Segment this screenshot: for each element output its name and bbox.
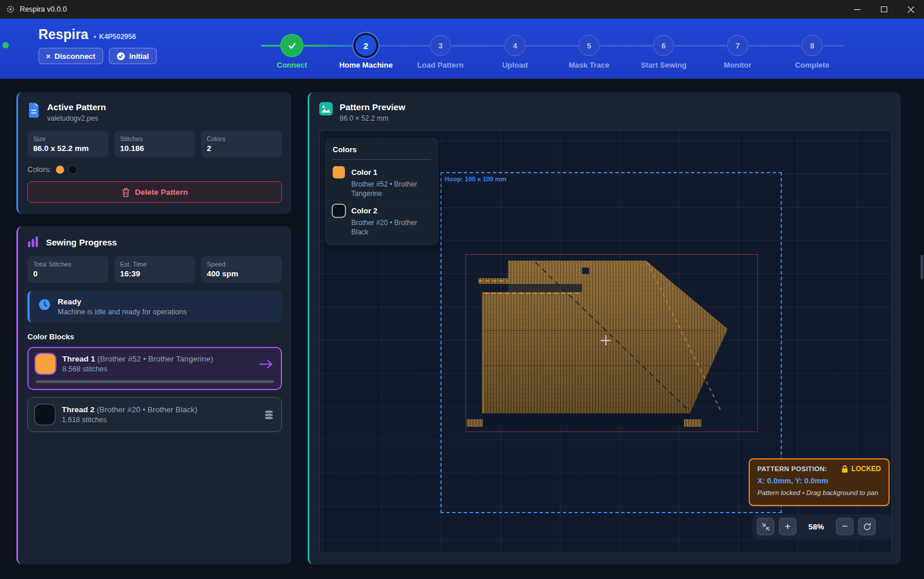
left-column: Active Pattern valetudogv2.pes Size 86.0… bbox=[16, 92, 291, 564]
step-complete[interactable]: 8 Complete bbox=[777, 35, 847, 69]
reset-view-button[interactable] bbox=[858, 518, 876, 535]
pattern-preview-title: Pattern Preview bbox=[340, 102, 405, 112]
stat-speed: Speed 400 spm bbox=[201, 256, 282, 283]
brand-name: Respira bbox=[38, 27, 89, 43]
sewing-stats: Total Stitches 0 Est. Time 16:39 Speed 4… bbox=[27, 256, 282, 283]
thread-1-name: Thread 1 (Brother #52 • Brother Tangerin… bbox=[62, 355, 252, 363]
step-monitor[interactable]: 7 Monitor bbox=[703, 35, 773, 69]
sewing-progress-title: Sewing Progress bbox=[46, 237, 117, 247]
connection-status-dot bbox=[2, 42, 9, 48]
machine-status-banner: Ready Machine is idle and ready for oper… bbox=[27, 291, 282, 322]
thread-1-stitches: 8.568 stitches bbox=[62, 365, 252, 373]
pattern-filename: valetudogv2.pes bbox=[47, 114, 106, 122]
zoom-toolbar: + 58% − bbox=[752, 514, 892, 539]
zoom-in-button[interactable]: + bbox=[779, 518, 796, 535]
position-label: PATTERN POSITION: bbox=[757, 465, 827, 472]
step-start-sewing[interactable]: 6 Start Sewing bbox=[629, 35, 699, 69]
pan-hint: Pattern locked • Drag background to pan bbox=[757, 489, 881, 496]
check-circle-icon bbox=[117, 52, 125, 61]
pattern-position-overlay: PATTERN POSITION: LOCKED X: 0.0mm, Y: 0.… bbox=[749, 458, 890, 506]
colors-legend-title: Colors bbox=[333, 145, 431, 154]
legend-item-color-1: Color 1 Brother #52 • Brother Tangerine bbox=[333, 166, 431, 198]
disconnect-button[interactable]: × Disconnect bbox=[38, 48, 103, 64]
clock-icon bbox=[38, 299, 51, 311]
pattern-stats: Size 86.0 x 52.2 mm Stitches 10.186 Colo… bbox=[27, 131, 282, 157]
file-icon bbox=[27, 102, 40, 118]
lock-icon bbox=[841, 465, 848, 473]
pattern-bounds bbox=[465, 254, 758, 432]
color-blocks-heading: Color Blocks bbox=[27, 332, 282, 341]
window-title: Respira v0.0.0 bbox=[20, 5, 67, 13]
thread-2-stitches: 1.618 stitches bbox=[62, 416, 256, 424]
status-title: Ready bbox=[58, 297, 187, 306]
stat-total-stitches: Total Stitches 0 bbox=[27, 256, 108, 283]
thread-1-swatch bbox=[36, 354, 55, 374]
colors-legend-panel: Colors Color 1 Brother #52 • Brother Tan… bbox=[325, 138, 439, 245]
locked-badge: LOCKED bbox=[841, 465, 881, 473]
delete-pattern-button[interactable]: Delete Pattern bbox=[27, 181, 282, 203]
step-load-pattern[interactable]: 3 Load Pattern bbox=[405, 35, 475, 69]
respira-app-window: { "titlebar": { "app_title": "Respira v0… bbox=[0, 0, 924, 579]
arrow-right-icon bbox=[259, 359, 274, 369]
stat-colors: Colors 2 bbox=[201, 131, 282, 157]
maximize-icon[interactable] bbox=[870, 0, 897, 19]
thread-1-block[interactable]: Thread 1 (Brother #52 • Brother Tangerin… bbox=[27, 347, 282, 390]
workflow-stepper: Connect 2 Home Machine 3 Load Pattern 4 … bbox=[256, 19, 862, 79]
app-gear-icon bbox=[6, 5, 15, 14]
brand-block: Respira •K4P502956 × Disconnect Initial bbox=[16, 27, 157, 64]
window-scrollbar-thumb[interactable] bbox=[921, 255, 923, 279]
hoop-label: Hoop: 100 x 100 mm bbox=[445, 176, 506, 183]
trash-icon bbox=[122, 188, 130, 197]
step-connect[interactable]: Connect bbox=[257, 35, 327, 69]
pattern-coordinates: X: 0.0mm, Y: 0.0mm bbox=[757, 476, 881, 485]
refresh-icon bbox=[863, 522, 872, 531]
thread-2-swatch bbox=[35, 405, 55, 424]
step-upload[interactable]: 4 Upload bbox=[480, 35, 550, 69]
pattern-preview-card: Pattern Preview 86.0 × 52.2 mm Hoop: 100… bbox=[308, 92, 901, 564]
bar-chart-icon bbox=[27, 236, 39, 248]
app-header: Respira •K4P502956 × Disconnect Initial bbox=[0, 19, 924, 79]
active-pattern-card: Active Pattern valetudogv2.pes Size 86.0… bbox=[16, 92, 291, 214]
stack-icon bbox=[263, 409, 274, 420]
thread-1-progress-bar bbox=[36, 380, 274, 383]
pattern-color-dot-orange bbox=[56, 166, 64, 174]
preview-canvas[interactable]: Hoop: 100 x 100 mm bbox=[319, 130, 892, 553]
sewing-progress-card: Sewing Progress Total Stitches 0 Est. Ti… bbox=[16, 226, 291, 564]
stat-stitches: Stitches 10.186 bbox=[114, 131, 195, 157]
image-icon bbox=[319, 102, 333, 115]
check-icon bbox=[287, 41, 297, 51]
main-content: Active Pattern valetudogv2.pes Size 86.0… bbox=[0, 79, 924, 579]
machine-serial: •K4P502956 bbox=[94, 33, 136, 41]
pattern-colors-row: Colors: bbox=[27, 165, 282, 174]
thread-2-name: Thread 2 (Brother #20 • Brother Black) bbox=[62, 405, 256, 414]
pattern-color-dot-black bbox=[69, 166, 77, 174]
active-pattern-title: Active Pattern bbox=[47, 102, 106, 112]
zoom-out-button[interactable]: − bbox=[836, 518, 854, 535]
x-icon: × bbox=[46, 52, 51, 61]
titlebar: Respira v0.0.0 bbox=[0, 0, 924, 19]
stat-est-time: Est. Time 16:39 bbox=[114, 256, 195, 283]
initial-button[interactable]: Initial bbox=[109, 48, 157, 64]
stat-size: Size 86.0 x 52.2 mm bbox=[27, 131, 108, 157]
divider bbox=[333, 159, 431, 160]
thread-2-block[interactable]: Thread 2 (Brother #20 • Brother Black) 1… bbox=[27, 397, 282, 432]
status-description: Machine is idle and ready for operations bbox=[58, 308, 187, 316]
window-controls bbox=[844, 0, 924, 19]
minus-icon: − bbox=[842, 521, 848, 532]
color-1-swatch bbox=[333, 166, 345, 178]
plus-icon: + bbox=[785, 521, 791, 532]
crosshair-icon bbox=[601, 335, 611, 345]
pattern-dimensions: 86.0 × 52.2 mm bbox=[340, 114, 405, 122]
legend-item-color-2: Color 2 Brother #20 • Brother Black bbox=[333, 205, 431, 237]
zoom-level: 58% bbox=[801, 522, 831, 531]
fit-screen-icon[interactable] bbox=[757, 518, 774, 535]
color-2-swatch bbox=[333, 205, 345, 217]
close-icon[interactable] bbox=[897, 0, 924, 19]
step-mask-trace[interactable]: 5 Mask Trace bbox=[554, 35, 624, 69]
minimize-icon[interactable] bbox=[844, 0, 870, 19]
step-home-machine[interactable]: 2 Home Machine bbox=[331, 35, 401, 69]
